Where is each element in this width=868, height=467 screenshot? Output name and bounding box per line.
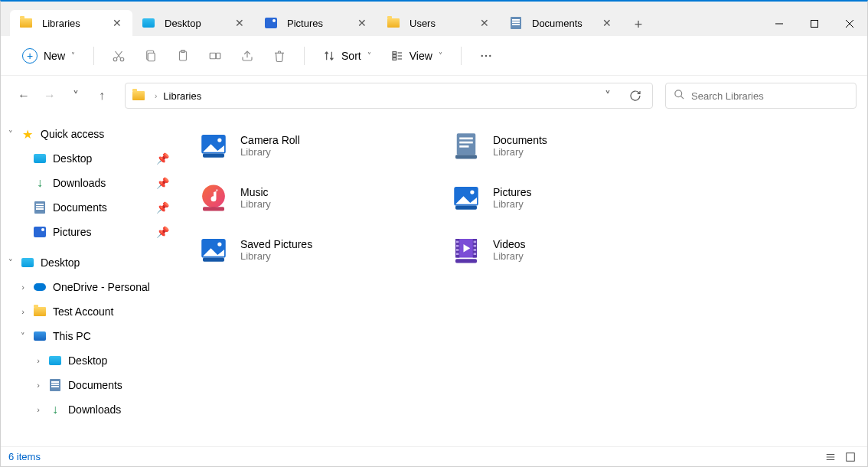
document-icon: [509, 16, 523, 30]
new-tab-button[interactable]: +: [625, 13, 651, 36]
chevron-down-icon[interactable]: ˅: [4, 256, 18, 269]
view-button[interactable]: View ˅: [383, 45, 450, 67]
pc-icon: [33, 329, 47, 343]
search-box[interactable]: [665, 83, 857, 109]
status-bar: 6 items: [1, 446, 867, 466]
tab-label: Documents: [532, 18, 593, 29]
copy-button[interactable]: [137, 42, 165, 70]
recent-button[interactable]: ˅: [64, 83, 88, 108]
svg-rect-45: [456, 245, 459, 247]
svg-rect-11: [210, 53, 216, 59]
library-music[interactable]: MusicLibrary: [190, 177, 435, 218]
svg-rect-56: [847, 452, 855, 461]
details-view-button[interactable]: [821, 449, 840, 465]
back-button[interactable]: ←: [11, 83, 36, 108]
chevron-right-icon[interactable]: ›: [31, 378, 45, 392]
forward-button[interactable]: →: [38, 83, 62, 108]
sidebar-item-desktop[interactable]: Desktop 📌: [1, 146, 175, 171]
view-icon: [391, 50, 403, 62]
chevron-right-icon[interactable]: ›: [16, 280, 30, 294]
tab-label: Desktop: [165, 18, 226, 29]
sidebar-item-desktop-root[interactable]: ˅ Desktop: [1, 250, 175, 275]
share-button[interactable]: [233, 42, 261, 70]
chevron-right-icon[interactable]: ›: [31, 354, 45, 367]
svg-rect-15: [393, 54, 396, 57]
svg-rect-44: [456, 241, 459, 243]
tab-label: Libraries: [42, 18, 103, 29]
paste-button[interactable]: [169, 42, 197, 70]
library-documents[interactable]: DocumentsLibrary: [442, 125, 687, 166]
navigation-pane[interactable]: ˅ ★ Quick access Desktop 📌 ↓ Downloads 📌…: [1, 116, 175, 446]
svg-rect-50: [474, 249, 477, 251]
chevron-right-icon[interactable]: ›: [31, 403, 45, 416]
search-input[interactable]: [691, 90, 848, 102]
sidebar-item-pictures[interactable]: Pictures 📌: [1, 220, 175, 244]
library-videos[interactable]: VideosLibrary: [442, 229, 687, 270]
delete-button[interactable]: [266, 42, 293, 70]
sidebar-item-pc-desktop[interactable]: › Desktop: [1, 348, 175, 373]
chevron-right-icon[interactable]: ›: [16, 305, 30, 318]
chevron-down-icon: ˅: [367, 51, 371, 60]
breadcrumb[interactable]: Libraries: [163, 90, 591, 102]
folder-icon: [19, 16, 33, 30]
sidebar-item-documents[interactable]: Documents 📌: [1, 195, 175, 220]
library-camera-roll[interactable]: Camera RollLibrary: [190, 125, 435, 166]
star-icon: ★: [21, 127, 34, 141]
nav-buttons: ← → ˅ ↑: [11, 83, 114, 108]
new-button[interactable]: + New ˅: [15, 44, 83, 68]
sidebar-item-quick-access[interactable]: ˅ ★ Quick access: [1, 122, 175, 146]
rename-button[interactable]: [201, 42, 229, 70]
icons-view-button[interactable]: [841, 449, 860, 465]
svg-rect-31: [459, 145, 468, 148]
svg-rect-32: [455, 155, 477, 158]
tab-libraries[interactable]: Libraries ✕: [10, 10, 132, 36]
address-bar[interactable]: › Libraries ˅: [125, 83, 653, 109]
sort-button[interactable]: Sort ˅: [315, 45, 379, 67]
sidebar-item-pc-documents[interactable]: › Documents: [1, 373, 175, 397]
cut-button[interactable]: [105, 42, 132, 70]
close-icon[interactable]: ✕: [232, 15, 247, 31]
music-library-icon: [196, 180, 231, 215]
refresh-button[interactable]: [625, 85, 646, 106]
chevron-right-icon: ›: [155, 92, 157, 100]
svg-rect-14: [393, 51, 396, 54]
up-button[interactable]: ↑: [90, 83, 114, 108]
pin-icon: 📌: [156, 177, 168, 189]
svg-rect-1: [811, 21, 818, 28]
library-pictures[interactable]: PicturesLibrary: [442, 177, 687, 218]
sidebar-item-test-account[interactable]: › Test Account: [1, 299, 175, 324]
tab-users[interactable]: Users ✕: [377, 10, 500, 36]
minimize-button[interactable]: [762, 11, 797, 36]
pictures-library-icon: [449, 180, 484, 215]
close-icon[interactable]: ✕: [477, 15, 492, 31]
dropdown-button[interactable]: ˅: [597, 85, 618, 106]
chevron-down-icon[interactable]: ˅: [16, 329, 30, 343]
chevron-down-icon[interactable]: ˅: [4, 127, 18, 141]
download-icon: ↓: [33, 176, 47, 190]
library-saved-pictures[interactable]: Saved PicturesLibrary: [190, 229, 435, 270]
close-icon[interactable]: ✕: [109, 15, 125, 31]
tab-desktop[interactable]: Desktop ✕: [132, 10, 255, 36]
svg-rect-37: [455, 206, 477, 210]
more-button[interactable]: [472, 42, 500, 70]
sidebar-item-pc-downloads[interactable]: › ↓ Downloads: [1, 397, 175, 422]
svg-rect-8: [148, 53, 155, 61]
svg-point-39: [217, 242, 221, 246]
plus-icon: +: [22, 48, 38, 64]
maximize-button[interactable]: [797, 11, 832, 36]
pictures-icon: [33, 225, 47, 239]
tab-documents[interactable]: Documents ✕: [500, 10, 622, 36]
sidebar-item-downloads[interactable]: ↓ Downloads 📌: [1, 171, 175, 195]
address-bar-row: ← → ˅ ↑ › Libraries ˅: [1, 76, 867, 116]
svg-rect-27: [203, 154, 224, 158]
close-button[interactable]: [832, 11, 867, 36]
svg-point-36: [470, 190, 474, 194]
sidebar-item-this-pc[interactable]: ˅ This PC: [1, 324, 175, 348]
svg-rect-29: [459, 138, 473, 140]
tab-pictures[interactable]: Pictures ✕: [255, 10, 377, 36]
svg-rect-40: [203, 258, 224, 262]
sidebar-item-onedrive[interactable]: › OneDrive - Personal: [1, 275, 175, 299]
close-icon[interactable]: ✕: [354, 15, 370, 31]
close-icon[interactable]: ✕: [599, 15, 615, 31]
content-pane[interactable]: Camera RollLibrary DocumentsLibrary Musi…: [175, 116, 867, 446]
